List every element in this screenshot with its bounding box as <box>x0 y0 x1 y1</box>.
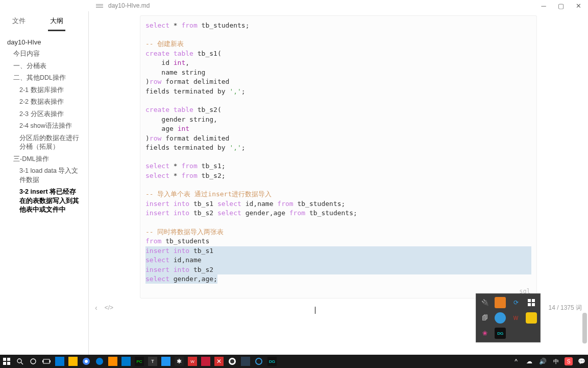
tray-sogou-icon[interactable]: S <box>565 357 573 365</box>
taskbar-app-icon[interactable] <box>241 357 250 366</box>
minimize-button[interactable]: ─ <box>540 2 547 10</box>
svg-point-11 <box>85 360 88 363</box>
taskbar-app-icon[interactable]: ✕ <box>214 357 224 366</box>
typora-icon[interactable]: T <box>148 357 157 366</box>
source-mode-icon[interactable]: </> <box>105 304 113 311</box>
tray-icon[interactable]: W <box>510 312 522 324</box>
windows-taskbar[interactable]: PC T ✱ W ✕ DG ^ ☁ 🔊 中 S 💬 <box>0 355 588 368</box>
text-cursor <box>315 307 315 314</box>
svg-point-12 <box>96 358 103 365</box>
svg-rect-3 <box>7 362 10 365</box>
svg-rect-0 <box>3 358 6 361</box>
task-view-icon[interactable] <box>42 357 51 366</box>
tray-icon[interactable]: 🔌 <box>479 297 491 308</box>
outline-item[interactable]: 2-1 数据库操作 <box>3 84 85 97</box>
pycharm-icon[interactable]: PC <box>135 357 144 366</box>
svg-rect-1 <box>7 358 10 361</box>
tray-icon[interactable] <box>526 312 537 324</box>
datagrip-icon[interactable]: DG <box>267 357 277 366</box>
tray-notification-icon[interactable]: 💬 <box>577 357 586 366</box>
outline-doc-title[interactable]: day10-HIve <box>3 36 85 48</box>
outline-item[interactable]: 2-4 show语法操作 <box>3 120 85 132</box>
svg-rect-18 <box>528 303 531 306</box>
svg-rect-17 <box>532 299 535 302</box>
edge-icon[interactable] <box>95 357 104 366</box>
svg-point-6 <box>31 359 36 364</box>
tray-expand-icon[interactable]: ^ <box>511 357 521 366</box>
scrollbar-thumb[interactable] <box>582 313 587 343</box>
taskbar-app-icon[interactable] <box>161 357 170 366</box>
svg-rect-2 <box>3 362 6 365</box>
outline-item[interactable]: 3-1 load data 导入文件数据 <box>3 165 85 186</box>
file-name: day10-HIve.md <box>108 2 540 9</box>
svg-rect-19 <box>532 303 535 306</box>
scrollbar-vertical[interactable] <box>582 11 587 355</box>
outline-item[interactable]: 2-3 分区表操作 <box>3 108 85 121</box>
tray-ime-icon[interactable]: 中 <box>551 357 560 366</box>
outline-item-active[interactable]: 3-2 insert 将已经存在的表数据写入到其他表中或文件中 <box>3 186 85 216</box>
file-explorer-icon[interactable] <box>68 357 78 366</box>
tray-icon[interactable] <box>526 297 537 308</box>
tray-icon[interactable] <box>495 297 506 308</box>
menu-icon[interactable] <box>96 4 103 8</box>
outline-item[interactable]: 二、其他DDL操作 <box>3 72 85 84</box>
tray-icon[interactable]: DG <box>495 328 506 339</box>
wps-icon[interactable]: W <box>188 357 197 366</box>
tray-volume-icon[interactable]: 🔊 <box>538 357 547 366</box>
close-button[interactable]: ✕ <box>575 2 582 10</box>
svg-rect-16 <box>528 299 531 302</box>
outline-panel: day10-HIve 今日内容 一、分桶表 二、其他DDL操作 2-1 数据库操… <box>0 31 88 355</box>
tray-icon[interactable]: 🗐 <box>479 312 491 324</box>
taskbar-app-icon[interactable]: ✱ <box>175 357 184 366</box>
search-icon[interactable] <box>15 357 24 366</box>
maximize-button[interactable]: ▢ <box>557 2 565 10</box>
svg-rect-8 <box>42 360 43 362</box>
svg-point-15 <box>256 358 262 364</box>
sidebar: 文件 大纲 day10-HIve 今日内容 一、分桶表 二、其他DDL操作 2-… <box>0 11 89 355</box>
tray-icon[interactable]: ⟳ <box>510 297 522 308</box>
start-button[interactable] <box>2 357 11 366</box>
word-count[interactable]: 14 / 1375 词 <box>549 304 582 312</box>
outline-item[interactable]: 2-2 数据表操作 <box>3 96 85 108</box>
tray-icon[interactable] <box>495 312 506 324</box>
outline-item[interactable]: 一、分桶表 <box>3 60 85 73</box>
taskbar-app-icon[interactable] <box>55 357 64 366</box>
code-block[interactable]: select * from tb_students; -- 创建新表 creat… <box>140 15 537 298</box>
outline-item[interactable]: 今日内容 <box>3 48 85 60</box>
vscode-icon[interactable] <box>121 357 131 366</box>
cortana-icon[interactable] <box>29 357 38 366</box>
title-bar: day10-HIve.md ─ ▢ ✕ <box>0 0 588 11</box>
outline-item[interactable]: 分区后的数据在进行分桶（拓展） <box>3 132 85 153</box>
taskbar-app-icon[interactable] <box>108 357 117 366</box>
tray-onedrive-icon[interactable]: ☁ <box>525 357 534 366</box>
back-icon[interactable]: ‹ <box>95 304 97 312</box>
tab-outline[interactable]: 大纲 <box>48 14 65 31</box>
svg-rect-9 <box>50 360 51 362</box>
taskbar-app-icon[interactable] <box>254 357 263 366</box>
svg-line-5 <box>21 362 23 364</box>
system-tray-popup[interactable]: 🔌 ⟳ 🗐 W ❀ DG <box>476 293 541 342</box>
chrome-icon[interactable] <box>82 357 91 366</box>
tray-icon[interactable]: ❀ <box>479 328 491 339</box>
taskbar-app-icon[interactable] <box>228 357 237 366</box>
tab-files[interactable]: 文件 <box>10 14 28 31</box>
svg-point-4 <box>17 359 21 363</box>
svg-point-14 <box>230 359 234 363</box>
taskbar-app-icon[interactable] <box>201 357 210 366</box>
outline-item[interactable]: 三-DML操作 <box>3 153 85 166</box>
svg-rect-7 <box>43 359 50 363</box>
